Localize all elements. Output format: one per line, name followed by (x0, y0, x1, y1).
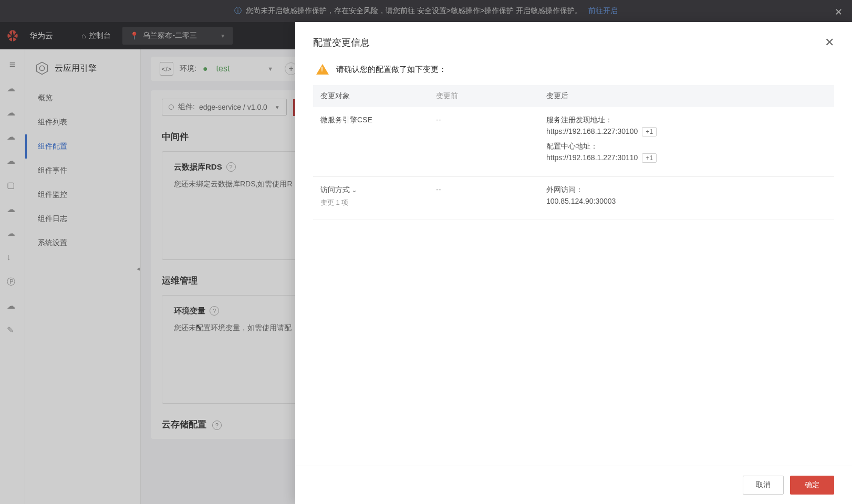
status-dot-icon (169, 104, 174, 110)
chevron-down-icon: ▼ (220, 33, 225, 39)
close-icon[interactable]: ✕ (835, 6, 843, 18)
sidebar: 云应用引擎 概览组件列表组件配置组件事件组件监控组件日志系统设置 (25, 49, 141, 504)
menu-icon[interactable]: ≡ (9, 59, 16, 71)
banner-text: 您尚未开启敏感操作保护，存在安全风险，请您前往 安全设置>敏感操作>操作保护 开… (246, 6, 582, 16)
component-value: edge-service / v1.0.0 (199, 103, 267, 111)
rail-icon-1[interactable]: ☁ (7, 83, 18, 95)
col-after: 变更后 (546, 91, 827, 101)
env-value[interactable]: test (216, 64, 230, 74)
help-icon[interactable]: ? (212, 421, 222, 430)
help-icon[interactable]: ? (226, 162, 236, 172)
sidebar-item-6[interactable]: 系统设置 (25, 231, 140, 255)
table-row: 访问方式⌄变更 1 项--外网访问：100.85.124.90:30003 (313, 177, 834, 219)
svg-point-1 (39, 66, 44, 70)
rail-icon-6[interactable]: ☁ (7, 204, 18, 216)
env-label: 环境: (180, 64, 196, 74)
component-label: 组件: (178, 102, 195, 112)
confirm-button[interactable]: 确定 (790, 476, 834, 495)
change-before: -- (436, 185, 546, 211)
collapse-handle[interactable]: ◂ (137, 265, 140, 272)
change-after: 服务注册发现地址：https://192.168.1.227:30100+1配置… (546, 116, 827, 168)
sidebar-item-5[interactable]: 组件日志 (25, 207, 140, 231)
config-change-modal: 配置变更信息 ✕ 请确认您的配置做了如下变更： 变更对象 变更前 变更后 微服务… (295, 22, 852, 504)
rail-icon-3[interactable]: ☁ (7, 132, 18, 143)
plus-tag: +1 (642, 127, 657, 136)
brand-name[interactable]: 华为云 (25, 31, 57, 41)
region-value: 乌兰察布-二零三 (143, 31, 197, 40)
col-before: 变更前 (436, 91, 546, 101)
change-before: -- (436, 116, 546, 168)
after-value: https://192.168.1.227:30100 (546, 127, 638, 135)
console-link[interactable]: ⌂ 控制台 (73, 31, 119, 40)
sidebar-item-1[interactable]: 组件列表 (25, 110, 140, 134)
env-icon: </> (160, 62, 173, 76)
region-select[interactable]: 📍 乌兰察布-二零三 ▼ (122, 27, 233, 45)
help-icon[interactable]: ? (210, 306, 219, 316)
after-value: https://192.168.1.227:30110 (546, 153, 638, 162)
rail-icon-2[interactable]: ☁ (7, 108, 18, 119)
chevron-down-icon[interactable]: ▼ (267, 66, 273, 72)
change-object: 微服务引擎CSE (320, 116, 436, 168)
warning-icon (316, 64, 329, 75)
sidebar-item-4[interactable]: 组件监控 (25, 183, 140, 207)
after-value: 100.85.124.90:30003 (546, 197, 616, 205)
chevron-down-icon: ▼ (275, 104, 280, 110)
rail-icon-9[interactable]: Ⓟ (7, 277, 18, 288)
plus-tag: +1 (642, 153, 657, 163)
sidebar-title: 云应用引擎 (55, 63, 97, 74)
storage-title: 云存储配置 (162, 419, 206, 429)
icon-rail: ≡ ☁ ☁ ☁ ☁ ▢ ☁ ☁ ↓ Ⓟ ☁ ✎ (0, 49, 25, 504)
col-object: 变更对象 (320, 91, 436, 101)
close-icon[interactable]: ✕ (825, 36, 834, 49)
banner-link[interactable]: 前往开启 (588, 6, 618, 16)
change-count: 变更 1 项 (320, 198, 436, 207)
sidebar-item-0[interactable]: 概览 (25, 86, 140, 110)
location-icon: 📍 (130, 32, 139, 40)
env-status-dot: ● (203, 64, 208, 74)
huawei-logo[interactable] (0, 22, 25, 49)
component-select[interactable]: 组件: edge-service / v1.0.0 ▼ (162, 99, 287, 116)
expand-toggle[interactable]: 访问方式⌄ (320, 185, 357, 195)
sidebar-item-2[interactable]: 组件配置 (25, 134, 140, 159)
home-icon: ⌂ (81, 32, 86, 40)
rail-icon-8[interactable]: ↓ (7, 253, 18, 264)
change-table: 变更对象 变更前 变更后 微服务引擎CSE--服务注册发现地址：https://… (313, 85, 834, 219)
sidebar-item-3[interactable]: 组件事件 (25, 159, 140, 183)
rail-icon-7[interactable]: ☁ (7, 228, 18, 240)
after-label: 外网访问： (546, 185, 827, 195)
security-banner: ⓘ 您尚未开启敏感操作保护，存在安全风险，请您前往 安全设置>敏感操作>操作保护… (0, 0, 852, 22)
change-after: 外网访问：100.85.124.90:30003 (546, 185, 827, 211)
after-label: 配置中心地址： (546, 142, 827, 151)
info-icon: ⓘ (234, 6, 242, 16)
after-label: 服务注册发现地址： (546, 116, 827, 125)
cancel-button[interactable]: 取消 (743, 476, 784, 495)
rds-title: 云数据库RDS (174, 162, 222, 172)
rail-icon-10[interactable]: ☁ (7, 301, 18, 312)
modal-title: 配置变更信息 (313, 36, 370, 49)
svg-marker-0 (37, 62, 48, 74)
console-label: 控制台 (89, 31, 111, 40)
rail-icon-11[interactable]: ✎ (7, 325, 18, 337)
rail-icon-5[interactable]: ▢ (7, 180, 18, 192)
env-var-title: 环境变量 (174, 306, 205, 316)
app-engine-icon (35, 61, 49, 76)
rail-icon-4[interactable]: ☁ (7, 156, 18, 167)
table-row: 微服务引擎CSE--服务注册发现地址：https://192.168.1.227… (313, 107, 834, 177)
warning-text: 请确认您的配置做了如下变更： (336, 65, 446, 75)
